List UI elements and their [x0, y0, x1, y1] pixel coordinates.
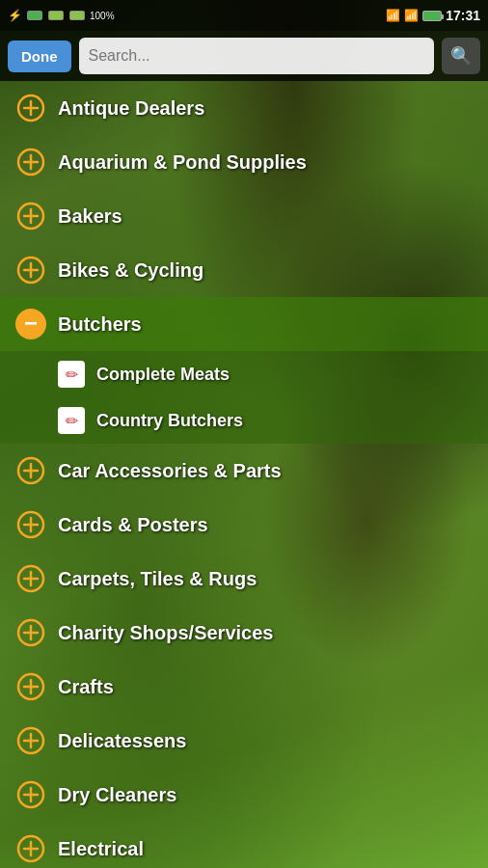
- add-icon: [15, 93, 46, 123]
- search-input-wrapper: [79, 38, 435, 74]
- sub-item-complete-meats[interactable]: Complete Meats: [0, 351, 488, 397]
- sub-label: Country Butchers: [96, 411, 243, 431]
- usb-icon: ⚡: [8, 9, 22, 22]
- category-label: Crafts: [58, 676, 114, 698]
- list-item[interactable]: Carpets, Tiles & Rugs: [0, 552, 488, 606]
- list-item[interactable]: Charity Shops/Services: [0, 606, 488, 660]
- add-icon: [15, 255, 46, 285]
- search-input[interactable]: [89, 47, 425, 65]
- list-item[interactable]: Electrical: [0, 822, 488, 868]
- status-left: ⚡ 100%: [8, 9, 115, 22]
- category-label: Charity Shops/Services: [58, 622, 273, 644]
- category-label: Electrical: [58, 838, 144, 860]
- edit-icon: [58, 407, 85, 434]
- add-icon: [15, 725, 46, 756]
- status-bar: ⚡ 100% 📶 📶 17:31: [0, 0, 488, 31]
- sub-label: Complete Meats: [96, 365, 230, 385]
- search-icon: 🔍: [450, 45, 472, 67]
- list-item[interactable]: Car Accessories & Parts: [0, 444, 488, 498]
- add-icon: [15, 201, 46, 231]
- status-right: 📶 📶 17:31: [386, 8, 480, 23]
- list-item-butchers[interactable]: Butchers: [0, 297, 488, 351]
- list-item[interactable]: Bakers: [0, 189, 488, 243]
- list-item[interactable]: Bikes & Cycling: [0, 243, 488, 297]
- remove-icon: [15, 309, 46, 339]
- battery-icon-3: [69, 11, 85, 20]
- sub-item-country-butchers[interactable]: Country Butchers: [0, 397, 488, 444]
- list-item[interactable]: Aquarium & Pond Supplies: [0, 135, 488, 189]
- battery-icon-2: [48, 11, 64, 20]
- category-label: Carpets, Tiles & Rugs: [58, 568, 257, 590]
- battery-percent: 100%: [90, 11, 115, 21]
- category-label: Car Accessories & Parts: [58, 460, 282, 482]
- add-icon: [15, 833, 46, 864]
- search-button[interactable]: 🔍: [442, 38, 480, 74]
- time-display: 17:31: [446, 8, 480, 23]
- add-icon: [15, 147, 46, 177]
- add-icon: [15, 617, 46, 648]
- category-label: Delicatessens: [58, 730, 186, 752]
- category-label: Bakers: [58, 205, 122, 228]
- list-item[interactable]: Delicatessens: [0, 714, 488, 768]
- signal-icon: 📶: [404, 9, 419, 22]
- add-icon: [15, 779, 46, 810]
- battery-icon-1: [27, 11, 42, 20]
- add-icon: [15, 671, 46, 702]
- add-icon: [15, 509, 46, 540]
- list-item[interactable]: Antique Dealers: [0, 81, 488, 135]
- list-item[interactable]: Cards & Posters: [0, 498, 488, 552]
- done-button[interactable]: Done: [8, 41, 71, 72]
- main-battery-icon: [422, 11, 442, 21]
- category-label: Cards & Posters: [58, 514, 208, 536]
- category-label: Antique Dealers: [58, 97, 204, 120]
- category-label: Butchers: [58, 313, 142, 336]
- category-list: Antique Dealers Aquarium & Pond Supplies…: [0, 81, 488, 868]
- add-icon: [15, 563, 46, 594]
- edit-icon: [58, 361, 85, 388]
- wifi-icon: 📶: [386, 9, 400, 22]
- category-label: Dry Cleaners: [58, 784, 176, 806]
- category-label: Aquarium & Pond Supplies: [58, 151, 307, 174]
- search-bar: Done 🔍: [0, 31, 488, 81]
- add-icon: [15, 455, 46, 486]
- category-label: Bikes & Cycling: [58, 259, 203, 282]
- list-item[interactable]: Dry Cleaners: [0, 768, 488, 822]
- list-item[interactable]: Crafts: [0, 660, 488, 714]
